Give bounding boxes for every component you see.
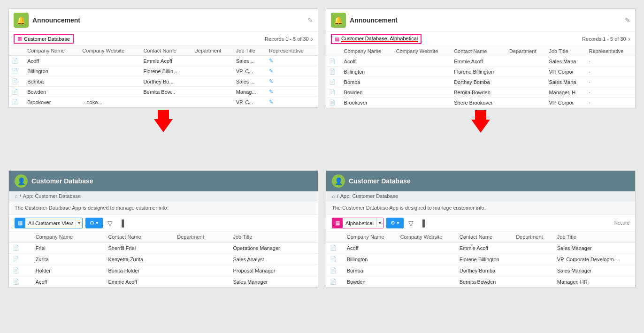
company-cell-r: Acoff [341, 56, 393, 67]
app-toolbar-right: ▦ Alphabetical ▾ ⚙ ▾ ▽ ▐ Record [326, 215, 635, 232]
view-selector-chevron-r[interactable]: ▾ [376, 219, 383, 227]
view-label-text: Customer Database [24, 36, 70, 42]
contact-cell-r: Emmie Acoff [451, 56, 506, 67]
table-row: 📄 Brookover ...ooko... VP, C... ✎ [9, 97, 318, 107]
pencil-cell[interactable]: ✎ [266, 76, 318, 87]
app-header-left: 👤 Customer Database [9, 171, 318, 191]
company-cell: Bomba [24, 76, 79, 87]
th-department: Department [192, 46, 233, 56]
announcement-widget-top-left: 🔔 Announcement ✎ ▦ Customer Database Rec… [8, 8, 318, 108]
app-title-left: Customer Database [31, 177, 93, 185]
website-cell [79, 66, 140, 76]
th-contact-name-r: Contact Name [451, 46, 506, 56]
chevron-right-icon-right[interactable]: › [628, 35, 630, 43]
doc-icon-cell: 📄 [9, 87, 24, 97]
red-arrow-right [471, 110, 490, 133]
view-selector-chevron[interactable]: ▾ [76, 219, 82, 227]
bell-icon: 🔔 [14, 13, 29, 28]
table-row: 📄 Friel Sherrill Friel Operations Manage… [9, 242, 318, 254]
breadcrumb-text-left: App: Customer Database [23, 193, 81, 199]
view-selector-right[interactable]: ▦ Alphabetical ▾ [332, 218, 383, 228]
edit-icon-right[interactable]: ✎ [625, 16, 630, 24]
pencil-cell[interactable]: ✎ [266, 97, 318, 107]
data-table-top-right: Company Name Company Website Contact Nam… [326, 46, 635, 108]
app-table-header-left: Company Name Contact Name Department Job… [9, 232, 318, 242]
pencil-cell[interactable]: ✎ [266, 87, 318, 97]
website-cell-r [393, 87, 451, 98]
app-breadcrumb-right: ⌂ / App: Customer Database [326, 191, 635, 201]
company-cell: Billington [24, 66, 79, 76]
dept-cell-r [506, 98, 546, 108]
arrow-head [154, 119, 173, 132]
app-th-blank [9, 232, 32, 242]
app-th-dept: Department [173, 232, 229, 242]
company-cell-r: Billington [341, 67, 393, 77]
website-cell-r [393, 56, 451, 67]
view-label-box-right[interactable]: ▦ Customer Database: Alphabetical [331, 34, 422, 44]
website-cell-br [397, 242, 456, 254]
contact-cell-bl: Bonita Holder [104, 265, 173, 276]
table-row: 📄 Zurita Kenyetta Zurita Sales Analyst [9, 254, 318, 265]
action-btn-left[interactable]: ⚙ ▾ [85, 218, 103, 228]
edit-icon[interactable]: ✎ [307, 16, 313, 24]
contact-cell-r: Shere Brookover [451, 98, 506, 108]
view-label-box[interactable]: ▦ Customer Database [14, 34, 74, 44]
table-row: 📄 Billington Florene Billington VP, Corp… [326, 254, 635, 265]
app-description-left: The Customer Database App is designed to… [9, 201, 318, 215]
arrow-head-r [471, 120, 490, 133]
table-row: 📄 Billington Florene Billin... VP, C... … [9, 66, 318, 76]
pencil-cell[interactable]: ✎ [266, 66, 318, 76]
data-table-top-left: Company Name Company Website Contact Nam… [9, 46, 318, 107]
th-representative: Representative [266, 46, 318, 56]
th-job-title: Job Title [233, 46, 266, 56]
dept-cell-br [512, 254, 553, 265]
action-chevron: ▾ [96, 220, 99, 226]
filter-icon-right[interactable]: ▽ [406, 219, 415, 228]
action-btn-right[interactable]: ⚙ ▾ [386, 218, 404, 228]
jobtitle-cell-bl: Operations Manager [229, 242, 318, 254]
contact-cell-r: Bernita Bowden [451, 87, 506, 98]
jobtitle-cell-br: Manager, HR [553, 276, 635, 288]
doc-icon-cell-r: 📄 [326, 67, 341, 77]
jobtitle-cell-r: Manager, H [546, 87, 586, 98]
doc-icon-cell: 📄 [9, 66, 24, 76]
view-selector-grid-icon: ▦ [15, 218, 25, 228]
website-cell [79, 56, 140, 66]
dept-cell-r [506, 77, 546, 87]
jobtitle-cell-bl: Proposal Manager [229, 265, 318, 276]
doc-icon-cell-r: 📄 [326, 77, 341, 87]
app-header-icon-right: 👤 [332, 174, 345, 188]
chevron-right-icon[interactable]: › [311, 35, 313, 43]
arrow-shaft-r [475, 110, 486, 120]
view-selector-name-r: Alphabetical [343, 219, 376, 228]
view-selector-left[interactable]: ▦ All Customers View ▾ [15, 218, 83, 228]
website-cell-r [393, 98, 451, 108]
contact-cell-br: Florene Billington [456, 254, 512, 265]
app-table-right: Company Name Company Website Contact Nam… [326, 232, 635, 288]
action-icon: ⚙ [90, 220, 94, 226]
app-title-right: Customer Database [349, 177, 411, 185]
bottom-right-quadrant: 👤 Customer Database ⌂ / App: Customer Da… [322, 166, 639, 328]
table-row: 📄 Bowden Bernita Bowden Manager, H · [326, 87, 635, 98]
app-th-blank-r [326, 232, 343, 242]
bar-chart-icon-left[interactable]: ▐ [117, 219, 126, 228]
company-cell-bl: Holder [32, 265, 105, 276]
website-cell-r [393, 77, 451, 87]
contact-cell-bl: Sherrill Friel [104, 242, 173, 254]
jobtitle-cell-r: VP, Corpor [546, 98, 586, 108]
top-left-quadrant: 🔔 Announcement ✎ ▦ Customer Database Rec… [5, 5, 322, 166]
jobtitle-cell-r: VP, Corpor [546, 67, 586, 77]
doc-icon-cell-br: 📄 [326, 265, 343, 276]
bar-chart-icon-right[interactable]: ▐ [418, 219, 427, 228]
pencil-cell[interactable]: ✎ [266, 56, 318, 66]
th-company-website-r: Company Website [393, 46, 451, 56]
app-breadcrumb-left: ⌂ / App: Customer Database [9, 191, 318, 201]
dept-cell-br [512, 242, 553, 254]
jobtitle-cell-br: Sales Manager [553, 242, 635, 254]
home-icon-left[interactable]: ⌂ [15, 193, 18, 199]
filter-icon-left[interactable]: ▽ [106, 219, 115, 228]
home-icon-right[interactable]: ⌂ [332, 193, 335, 199]
widget-title-right: Announcement [350, 16, 398, 24]
contact-cell-bl: Kenyetta Zurita [104, 254, 173, 265]
doc-icon-cell: 📄 [9, 56, 24, 66]
